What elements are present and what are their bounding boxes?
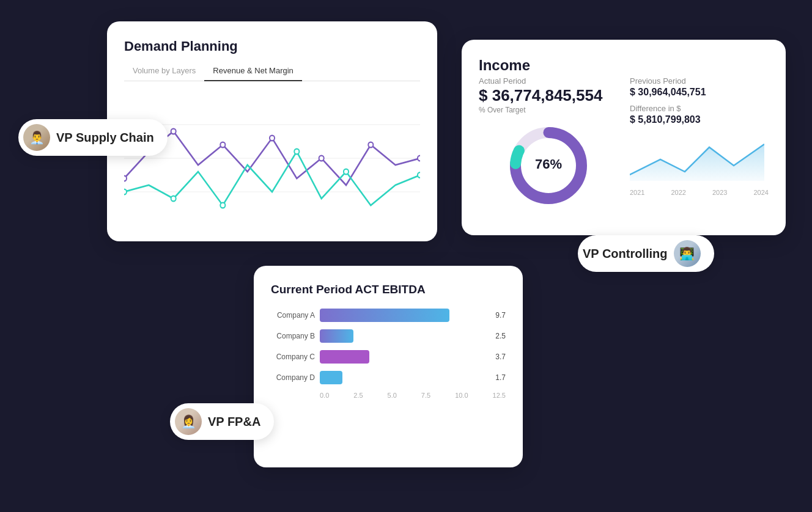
axis-labels: 0.0 2.5 5.0 7.5 10.0 12.5 [320,392,506,399]
svg-point-7 [319,156,324,161]
company-b-label: Company B [271,332,315,340]
demand-line-chart [124,91,420,225]
company-a-value: 9.7 [495,311,506,320]
svg-point-6 [270,136,275,141]
svg-point-10 [124,189,127,195]
previous-period-section: Previous Period $ 30,964,045,751 [630,76,769,98]
company-c-bar [320,350,369,364]
income-right-panel: Previous Period $ 30,964,045,751 Differe… [630,76,769,208]
company-d-label: Company D [271,373,315,382]
company-b-bar [320,329,353,343]
income-body: Actual Period $ 36,774,845,554 % Over Ta… [479,76,769,208]
company-a-bar [320,309,449,322]
svg-point-8 [368,142,373,148]
svg-point-14 [344,169,349,175]
company-c-value: 3.7 [495,353,506,361]
vp-controlling-badge[interactable]: VP Controlling 👨‍💻 [578,235,714,272]
vp-fpa-avatar: 👩‍💼 [175,408,202,435]
tab-volume-by-layers[interactable]: Volume by Layers [124,63,204,81]
company-b-track [320,329,487,343]
svg-point-4 [171,129,176,134]
svg-text:76%: 76% [534,156,561,172]
actual-period-label: Actual Period [479,76,618,86]
vp-fpa-label: VP FP&A [208,415,260,429]
company-a-track [320,309,487,322]
svg-point-5 [220,142,225,148]
svg-point-3 [124,176,127,181]
company-d-track [320,371,487,384]
bar-row-company-c: Company C 3.7 [271,350,506,364]
company-b-value: 2.5 [495,332,506,340]
vp-supply-avatar: 👨‍💼 [23,124,50,151]
company-d-bar [320,371,342,384]
svg-point-11 [171,196,176,202]
vp-supply-chain-badge[interactable]: 👨‍💼 VP Supply Chain [18,119,168,156]
ebitda-card: Current Period ACT EBITDA Company A 9.7 … [254,266,523,467]
difference-value: $ 5,810,799,803 [630,114,769,125]
tab-revenue-net-margin[interactable]: Revenue & Net Margin [204,63,302,81]
svg-point-15 [418,172,420,178]
svg-point-13 [294,149,299,155]
previous-period-label: Previous Period [630,76,769,86]
company-c-label: Company C [271,353,315,361]
demand-tabs: Volume by Layers Revenue & Net Margin [124,63,420,81]
actual-period-value: $ 36,774,845,554 [479,87,618,104]
bar-row-company-d: Company D 1.7 [271,371,506,384]
previous-period-value: $ 30,964,045,751 [630,87,769,98]
demand-planning-title: Demand Planning [124,38,420,54]
vp-controlling-label: VP Controlling [583,247,668,261]
over-target-label: % Over Target [479,106,618,114]
svg-point-12 [220,203,225,208]
ebitda-title: Current Period ACT EBITDA [271,283,506,296]
vp-fpa-badge[interactable]: 👩‍💼 VP FP&A [170,403,274,440]
svg-point-9 [418,156,420,161]
income-title: Income [479,57,769,74]
difference-label: Difference in $ [630,104,769,113]
company-a-label: Company A [271,311,315,320]
income-left-panel: Actual Period $ 36,774,845,554 % Over Ta… [479,76,618,208]
bar-row-company-a: Company A 9.7 [271,309,506,322]
vp-controlling-avatar: 👨‍💻 [674,240,701,267]
svg-marker-20 [630,144,764,181]
company-c-track [320,350,487,364]
difference-section: Difference in $ $ 5,810,799,803 [630,104,769,125]
bar-row-company-b: Company B 2.5 [271,329,506,343]
sparkline-year-labels: 2021 2022 2023 2024 [630,189,769,196]
donut-chart-wrap: 76% [479,123,618,208]
sparkline-wrap: 2021 2022 2023 2024 [630,135,769,196]
income-card: Income Actual Period $ 36,774,845,554 % … [462,40,786,235]
company-d-value: 1.7 [495,373,506,382]
vp-supply-label: VP Supply Chain [56,131,154,145]
